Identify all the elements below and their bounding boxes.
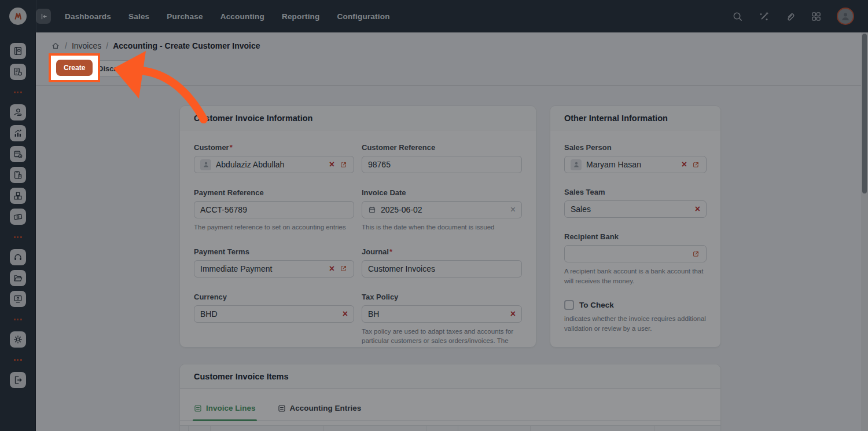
annotation-arrow: [69, 41, 243, 133]
app-root: Dashboards Sales Purchase Accounting Rep…: [0, 0, 868, 431]
